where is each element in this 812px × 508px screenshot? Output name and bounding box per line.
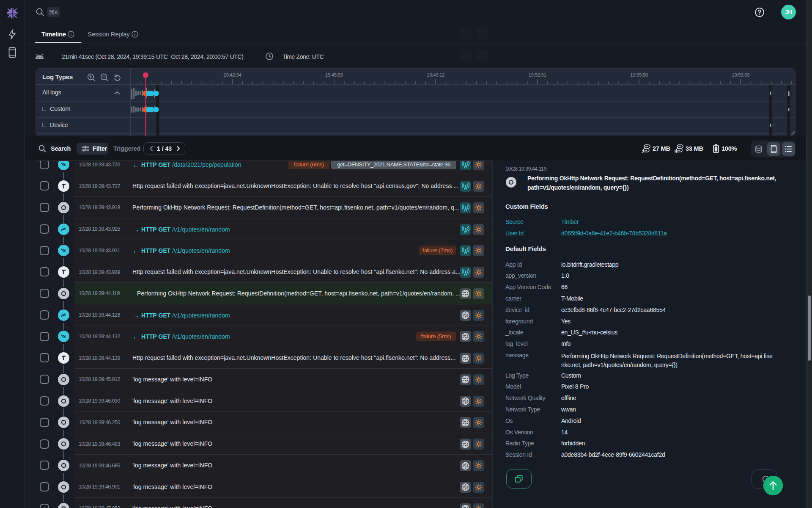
svg-text:19:52:31: 19:52:31	[529, 72, 546, 77]
svg-text:19:42:34: 19:42:34	[223, 72, 241, 77]
svg-text:19:49:12: 19:49:12	[427, 72, 444, 77]
svg-text:N: N	[675, 149, 677, 153]
svg-text:19:55:50: 19:55:50	[630, 72, 648, 77]
svg-text:19:45:53: 19:45:53	[325, 72, 343, 77]
svg-text:19:59:09: 19:59:09	[732, 72, 749, 77]
svg-text:J: J	[642, 149, 644, 153]
